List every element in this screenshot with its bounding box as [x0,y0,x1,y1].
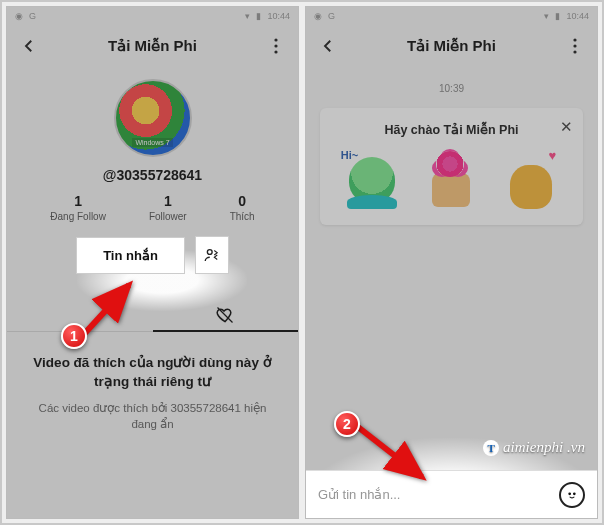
right-screenshot: ◉ G ▾ ▮ 10:44 Tải Miễn Phi 10:39 ✕ Hãy c… [305,6,598,519]
stats-row: 1 Đang Follow 1 Follower 0 Thích [29,193,276,222]
liked-private-notice: Video đã thích của người dùng này ở trạn… [7,332,298,454]
avatar[interactable]: Windows 7 [114,79,192,157]
back-icon[interactable] [19,36,39,56]
svg-point-2 [274,50,277,53]
callout-marker-2: 2 [334,411,360,437]
suggest-friends-button[interactable] [195,236,229,274]
clock: 10:44 [566,11,589,21]
more-icon[interactable] [266,36,286,56]
profile-header: Tải Miễn Phi [7,25,298,67]
notice-title: Video đã thích của người dùng này ở trạn… [31,354,274,392]
message-input-bar [306,470,597,518]
svg-point-7 [569,493,571,495]
svg-point-6 [573,50,576,53]
wifi-icon: ▾ [245,11,250,21]
wifi-icon: ▾ [544,11,549,21]
svg-point-1 [274,44,277,47]
left-screenshot: ◉ G ▾ ▮ 10:44 Tải Miễn Phi Windows 7 @30… [6,6,299,519]
profile-tabs [7,300,298,332]
page-title: Tải Miễn Phi [39,37,266,55]
chat-title: Tải Miễn Phi [338,37,565,55]
greeting-card: ✕ Hãy chào Tải Miễn Phi Hi~ [320,108,583,225]
svg-point-3 [207,250,212,255]
more-icon[interactable] [565,36,585,56]
greeting-title: Hãy chào Tải Miễn Phi [332,122,571,137]
stat-followers[interactable]: 1 Follower [149,193,187,222]
stat-following[interactable]: 1 Đang Follow [50,193,106,222]
close-icon[interactable]: ✕ [560,118,573,136]
back-icon[interactable] [318,36,338,56]
status-bar: ◉ G ▾ ▮ 10:44 [7,7,298,25]
sticker-flower-hand[interactable] [422,151,480,209]
svg-point-4 [573,38,576,41]
sticker-cat[interactable] [502,151,560,209]
chat-header: Tải Miễn Phi [306,25,597,67]
notice-subtitle: Các video được thích bởi 30355728641 hiệ… [31,400,274,432]
user-handle: @30355728641 [103,167,202,183]
battery-icon: ▮ [555,11,560,21]
emoji-icon[interactable] [559,482,585,508]
svg-point-5 [573,44,576,47]
watermark-badge: T [483,440,499,456]
clock: 10:44 [267,11,290,21]
sticker-hi-label: Hi~ [341,149,358,161]
stat-likes[interactable]: 0 Thích [230,193,255,222]
chat-timestamp: 10:39 [306,67,597,102]
callout-arrow-2 [352,421,438,491]
shield-icon: ◉ [314,11,322,21]
status-bar: ◉ G ▾ ▮ 10:44 [306,7,597,25]
svg-point-8 [574,493,576,495]
g-indicator: G [328,11,335,21]
svg-point-0 [274,38,277,41]
battery-icon: ▮ [256,11,261,21]
shield-icon: ◉ [15,11,23,21]
watermark: T aimienphi.vn [483,439,585,456]
callout-marker-1: 1 [61,323,87,349]
callout-arrow-1 [79,275,149,343]
g-indicator: G [29,11,36,21]
watermark-suffix: .vn [567,439,585,456]
message-button[interactable]: Tin nhắn [76,237,185,274]
sticker-alien[interactable]: Hi~ [343,151,401,209]
watermark-text: aimienphi [503,439,563,456]
avatar-caption: Windows 7 [132,138,172,147]
tab-liked[interactable] [153,300,299,332]
